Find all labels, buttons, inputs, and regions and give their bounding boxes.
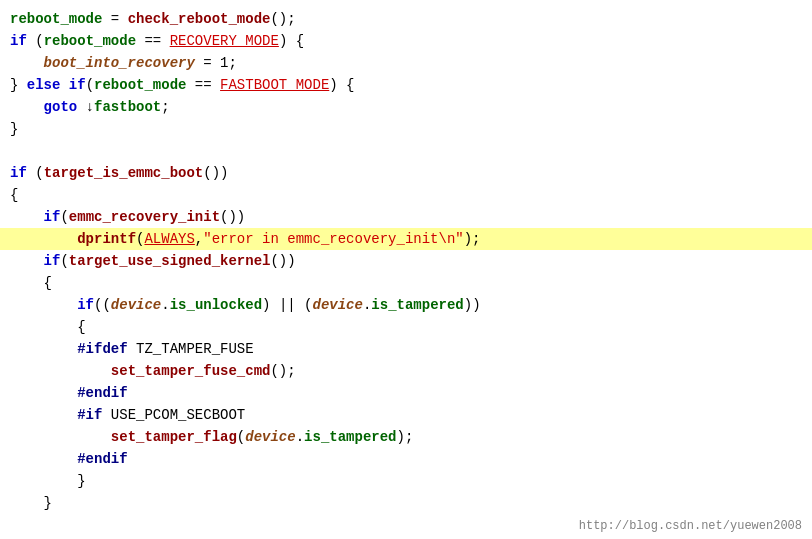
- code-token: USE_PCOM_SECBOOT: [102, 404, 245, 426]
- code-token: #endif: [77, 382, 127, 404]
- code-token: boot_into_recovery: [44, 52, 195, 74]
- code-line-20: set_tamper_flag(device.is_tampered);: [0, 426, 812, 448]
- code-token: fastboot: [94, 96, 161, 118]
- code-token: [10, 206, 44, 228]
- code-line-4: } else if(reboot_mode == FASTBOOT_MODE) …: [0, 74, 812, 96]
- code-line-5: goto ↓fastboot;: [0, 96, 812, 118]
- code-token: (: [237, 426, 245, 448]
- code-token: target_use_signed_kernel: [69, 250, 271, 272]
- code-token: device: [313, 294, 363, 316]
- code-line-10: if(emmc_recovery_init()): [0, 206, 812, 228]
- code-token: ();: [270, 8, 295, 30]
- code-token: FASTBOOT_MODE: [220, 74, 329, 96]
- code-token: }: [10, 118, 18, 140]
- code-token: (: [60, 250, 68, 272]
- code-token: if: [44, 250, 61, 272]
- code-line-13: {: [0, 272, 812, 294]
- code-token: ()): [203, 162, 228, 184]
- code-token: .: [363, 294, 371, 316]
- code-token: goto: [44, 96, 78, 118]
- code-token: ==: [186, 74, 220, 96]
- code-token: device: [111, 294, 161, 316]
- code-token: #endif: [77, 448, 127, 470]
- code-line-24: boot_linux_from_mmc() ; http://blog.csdn…: [0, 514, 812, 539]
- code-line-22: }: [0, 470, 812, 492]
- code-token: [10, 360, 111, 382]
- code-line-9: {: [0, 184, 812, 206]
- code-line-15: {: [0, 316, 812, 338]
- code-token: TZ_TAMPER_FUSE: [128, 338, 254, 360]
- code-token: {: [10, 184, 18, 206]
- code-line-2: if (reboot_mode == RECOVERY_MODE) {: [0, 30, 812, 52]
- code-token: (: [27, 162, 44, 184]
- code-token: [10, 404, 77, 426]
- code-token: );: [397, 426, 414, 448]
- code-token: [10, 250, 44, 272]
- code-token: [10, 426, 111, 448]
- code-token: }: [10, 470, 86, 492]
- code-token: is_unlocked: [170, 294, 262, 316]
- code-token: #if: [77, 404, 102, 426]
- code-line-21: #endif: [0, 448, 812, 470]
- code-token: ()): [270, 250, 295, 272]
- code-line-12: if(target_use_signed_kernel()): [0, 250, 812, 272]
- code-token: );: [464, 228, 481, 250]
- code-token: is_tampered: [371, 294, 463, 316]
- code-token: ()): [220, 206, 245, 228]
- code-token: if: [10, 30, 27, 52]
- code-token: [10, 382, 77, 404]
- code-token: else if: [27, 74, 86, 96]
- code-token: .: [296, 426, 304, 448]
- code-token: if: [44, 206, 61, 228]
- code-token: RECOVERY_MODE: [170, 30, 279, 52]
- code-token: ==: [136, 30, 170, 52]
- code-token: (: [86, 74, 94, 96]
- code-token: = 1;: [195, 52, 237, 74]
- code-token: {: [10, 316, 86, 338]
- code-token: ↓: [77, 96, 94, 118]
- code-token: set_tamper_fuse_cmd: [111, 360, 271, 382]
- code-token: {: [10, 272, 52, 294]
- code-token: dprintf: [77, 228, 136, 250]
- code-line-23: }: [0, 492, 812, 514]
- code-line-18: #endif: [0, 382, 812, 404]
- code-token: )): [464, 294, 481, 316]
- code-line-6: }: [0, 118, 812, 140]
- code-token: if: [10, 162, 27, 184]
- code-token: ((: [94, 294, 111, 316]
- code-token: (: [60, 206, 68, 228]
- code-token: ) {: [279, 30, 304, 52]
- code-line-8: if (target_is_emmc_boot()): [0, 162, 812, 184]
- code-token-left: boot_linux_from_mmc() ;: [10, 514, 287, 539]
- code-token: [10, 294, 77, 316]
- code-token: ) || (: [262, 294, 312, 316]
- code-token: (: [27, 30, 44, 52]
- code-token: ALWAYS: [144, 228, 194, 250]
- code-token: reboot_mode: [10, 8, 102, 30]
- code-token: "error in emmc_recovery_init\n": [203, 228, 463, 250]
- code-token: #ifdef: [77, 338, 127, 360]
- code-line-11: dprintf(ALWAYS,"error in emmc_recovery_i…: [0, 228, 812, 250]
- code-line-1: reboot_mode = check_reboot_mode();: [0, 8, 812, 30]
- code-token: =: [102, 8, 127, 30]
- code-token: .: [161, 294, 169, 316]
- code-token: }: [10, 74, 27, 96]
- code-token: ,: [195, 228, 203, 250]
- code-token: ) {: [329, 74, 354, 96]
- code-line-17: set_tamper_fuse_cmd();: [0, 360, 812, 382]
- code-token: [10, 140, 18, 162]
- code-line-14: if((device.is_unlocked) || (device.is_ta…: [0, 294, 812, 316]
- code-container: reboot_mode = check_reboot_mode(); if (r…: [0, 0, 812, 539]
- code-line-16: #ifdef TZ_TAMPER_FUSE: [0, 338, 812, 360]
- code-token: is_tampered: [304, 426, 396, 448]
- code-token: [10, 338, 77, 360]
- code-token: ();: [270, 360, 295, 382]
- code-token: [10, 52, 44, 74]
- code-token: (: [136, 228, 144, 250]
- code-line-7: [0, 140, 812, 162]
- code-token: emmc_recovery_init: [69, 206, 220, 228]
- code-token: reboot_mode: [44, 30, 136, 52]
- code-token: ;: [161, 96, 169, 118]
- code-line-19: #if USE_PCOM_SECBOOT: [0, 404, 812, 426]
- code-token: }: [10, 492, 52, 514]
